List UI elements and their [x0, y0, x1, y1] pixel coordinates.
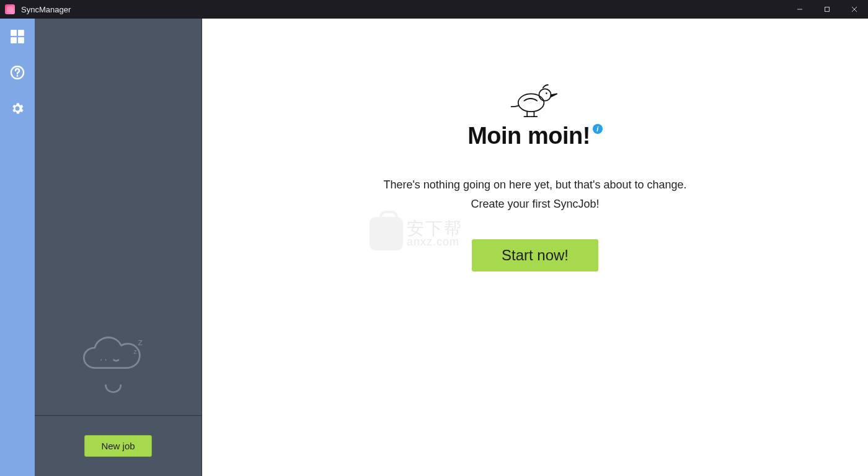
svg-point-6 — [17, 75, 19, 77]
svg-text:z: z — [138, 337, 142, 346]
maximize-button[interactable] — [813, 0, 841, 19]
help-icon[interactable] — [8, 63, 27, 82]
sleeping-cloud-icon: z z — [78, 333, 159, 397]
greeting-title: Moin moin! — [467, 123, 590, 149]
jobs-empty-area: z z — [35, 19, 202, 415]
minimize-button[interactable] — [786, 0, 813, 19]
workspace: z z New job 安下帮 anxz.com — [0, 19, 868, 476]
sidebar: z z New job — [35, 19, 202, 476]
empty-state-text: There's nothing going on here yet, but t… — [383, 175, 686, 213]
settings-icon[interactable] — [8, 99, 27, 118]
svg-rect-4 — [18, 37, 24, 43]
start-now-button[interactable]: Start now! — [472, 239, 598, 271]
main-content: 安下帮 anxz.com Moin moin! i There's nothi — [202, 19, 868, 476]
app-icon — [5, 4, 15, 14]
bird-icon — [510, 81, 560, 119]
svg-text:z: z — [133, 348, 137, 355]
svg-point-11 — [518, 94, 544, 112]
svg-rect-3 — [11, 37, 17, 43]
window-title: SyncManager — [21, 5, 71, 14]
window-controls — [786, 0, 868, 19]
sidebar-footer: New job — [35, 415, 202, 476]
titlebar: SyncManager — [0, 0, 868, 19]
dashboard-icon[interactable] — [8, 27, 27, 46]
svg-point-13 — [546, 92, 547, 94]
svg-point-7 — [100, 359, 102, 360]
close-button[interactable] — [841, 0, 868, 19]
bird-illustration — [510, 81, 560, 121]
nav-rail — [0, 19, 35, 476]
info-icon[interactable]: i — [593, 124, 603, 134]
empty-line-2: Create your first SyncJob! — [383, 195, 686, 214]
watermark: 安下帮 anxz.com — [370, 217, 463, 250]
svg-rect-1 — [11, 30, 17, 36]
new-job-button[interactable]: New job — [84, 435, 151, 457]
empty-line-1: There's nothing going on here yet, but t… — [383, 175, 686, 195]
svg-rect-0 — [825, 7, 830, 12]
svg-rect-2 — [18, 30, 24, 36]
svg-point-12 — [539, 89, 551, 100]
svg-point-8 — [105, 359, 106, 360]
